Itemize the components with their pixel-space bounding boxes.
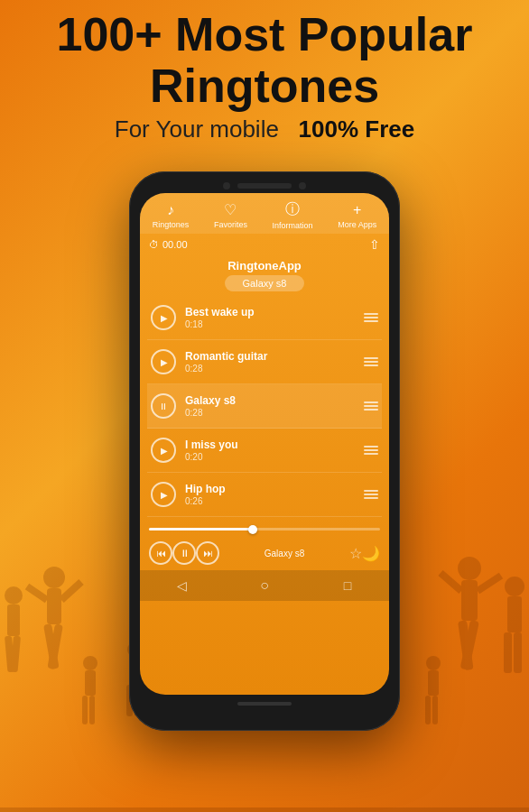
nav-item-favorites[interactable]: ♡ Favorites bbox=[214, 201, 247, 229]
menu-line bbox=[364, 453, 378, 455]
favorites-icon: ♡ bbox=[224, 201, 237, 218]
song-name-2: Romantic guitar bbox=[185, 350, 355, 363]
song-duration-5: 0:26 bbox=[185, 496, 355, 506]
svg-rect-7 bbox=[7, 604, 20, 636]
sleep-timer-button[interactable]: 🌙 bbox=[362, 545, 380, 562]
speaker-bar bbox=[237, 183, 292, 189]
song-duration-2: 0:28 bbox=[185, 364, 355, 374]
phone-container: ♪ Ringtones ♡ Favorites ⓘ Information + … bbox=[129, 171, 400, 731]
menu-line bbox=[364, 405, 378, 407]
svg-point-33 bbox=[83, 656, 97, 670]
song-item-1: ▶ Best wake up 0:18 bbox=[147, 296, 382, 340]
sub-title: For Your mobile 100% Free bbox=[0, 115, 529, 143]
progress-area[interactable] bbox=[140, 517, 389, 538]
fast-forward-button[interactable]: ⏭ bbox=[196, 541, 219, 565]
phone-outer: ♪ Ringtones ♡ Favorites ⓘ Information + … bbox=[129, 171, 400, 731]
svg-rect-31 bbox=[425, 696, 431, 724]
nav-item-ringtones[interactable]: ♪ Ringtones bbox=[153, 202, 190, 229]
menu-line bbox=[364, 317, 378, 318]
pause-icon-3: ⏸ bbox=[159, 401, 169, 411]
play-button-2[interactable]: ▶ bbox=[151, 349, 176, 374]
more-apps-icon: + bbox=[353, 202, 361, 218]
menu-line bbox=[364, 401, 378, 403]
phone-screen: ♪ Ringtones ♡ Favorites ⓘ Information + … bbox=[140, 193, 389, 695]
svg-point-29 bbox=[426, 656, 441, 670]
android-home-button[interactable]: ○ bbox=[256, 577, 273, 594]
svg-line-12 bbox=[441, 573, 461, 591]
song-name-4: I miss you bbox=[185, 438, 355, 451]
svg-line-3 bbox=[61, 582, 81, 600]
nav-item-more-apps[interactable]: + More Apps bbox=[338, 202, 376, 229]
song-duration-3: 0:28 bbox=[185, 408, 355, 418]
svg-rect-35 bbox=[82, 696, 88, 724]
svg-line-13 bbox=[478, 576, 501, 591]
home-indicator bbox=[237, 702, 292, 706]
play-icon-5: ▶ bbox=[161, 490, 168, 500]
player-track-name: Galaxy s8 bbox=[219, 549, 349, 558]
svg-rect-18 bbox=[504, 632, 512, 673]
time-display: ⏱ 00.00 bbox=[149, 239, 188, 250]
progress-track[interactable] bbox=[149, 528, 380, 531]
menu-line bbox=[364, 497, 378, 499]
svg-rect-17 bbox=[507, 596, 522, 632]
camera-dot-right bbox=[299, 182, 306, 189]
song-info-2: Romantic guitar 0:28 bbox=[185, 350, 355, 374]
rewind-button[interactable]: ⏮ bbox=[149, 541, 172, 565]
android-back-button[interactable]: ◁ bbox=[173, 577, 190, 594]
menu-line bbox=[364, 313, 378, 315]
ringtones-icon: ♪ bbox=[167, 202, 174, 218]
phone-android-nav: ◁ ○ □ bbox=[140, 570, 389, 601]
play-button-1[interactable]: ▶ bbox=[151, 305, 176, 330]
phone-home-indicator bbox=[140, 702, 389, 706]
song-info-4: I miss you 0:20 bbox=[185, 438, 355, 462]
camera-dot bbox=[223, 182, 230, 189]
song-duration-4: 0:20 bbox=[185, 452, 355, 462]
play-icon-2: ▶ bbox=[161, 357, 168, 367]
play-icon-4: ▶ bbox=[161, 446, 168, 456]
menu-line bbox=[364, 364, 378, 366]
status-bar: ⏱ 00.00 ⇧ bbox=[140, 234, 389, 255]
song-name-3: Galaxy s8 bbox=[185, 394, 355, 407]
svg-point-6 bbox=[5, 586, 23, 604]
song-name-5: Hip hop bbox=[185, 483, 355, 495]
svg-rect-20 bbox=[0, 807, 529, 812]
song-name-1: Best wake up bbox=[185, 306, 355, 318]
pause-button-3[interactable]: ⏸ bbox=[151, 393, 176, 419]
menu-lines-1[interactable] bbox=[364, 313, 378, 322]
menu-lines-4[interactable] bbox=[364, 446, 378, 455]
svg-rect-36 bbox=[89, 696, 95, 724]
menu-line bbox=[364, 361, 378, 363]
song-info-5: Hip hop 0:26 bbox=[185, 483, 355, 506]
progress-thumb[interactable] bbox=[248, 525, 257, 534]
player-controls: ⏮ ⏸ ⏭ Galaxy s8 ☆ 🌙 bbox=[140, 538, 389, 570]
app-name: RingtoneApp bbox=[140, 259, 389, 272]
android-recent-button[interactable]: □ bbox=[339, 577, 356, 594]
play-icon-1: ▶ bbox=[161, 313, 168, 323]
header-area: 100+ Most Popular Ringtones For Your mob… bbox=[0, 9, 529, 143]
song-info-3: Galaxy s8 0:28 bbox=[185, 394, 355, 418]
song-duration-1: 0:18 bbox=[185, 319, 355, 329]
progress-fill bbox=[149, 528, 253, 531]
svg-point-10 bbox=[458, 557, 481, 580]
nav-item-information[interactable]: ⓘ Information bbox=[273, 200, 313, 230]
menu-line bbox=[364, 409, 378, 411]
svg-rect-11 bbox=[461, 580, 478, 621]
share-icon[interactable]: ⇧ bbox=[369, 237, 380, 252]
menu-lines-3[interactable] bbox=[364, 401, 378, 411]
menu-lines-5[interactable] bbox=[364, 490, 378, 499]
play-button-5[interactable]: ▶ bbox=[151, 482, 176, 507]
menu-lines-2[interactable] bbox=[364, 357, 378, 366]
song-item-4: ▶ I miss you 0:20 bbox=[147, 429, 382, 473]
song-item-3: ⏸ Galaxy s8 0:28 bbox=[147, 384, 382, 429]
play-pause-button[interactable]: ⏸ bbox=[172, 541, 196, 565]
main-title: 100+ Most Popular Ringtones bbox=[0, 9, 529, 112]
song-info-1: Best wake up 0:18 bbox=[185, 306, 355, 329]
song-item-5: ▶ Hip hop 0:26 bbox=[147, 473, 382, 517]
favorite-button[interactable]: ☆ bbox=[349, 545, 362, 562]
nav-bar: ♪ Ringtones ♡ Favorites ⓘ Information + … bbox=[140, 193, 389, 234]
play-button-4[interactable]: ▶ bbox=[151, 438, 176, 463]
menu-line bbox=[364, 320, 378, 322]
svg-line-2 bbox=[27, 586, 47, 600]
phone-top-bar bbox=[140, 182, 389, 189]
menu-line bbox=[364, 357, 378, 359]
